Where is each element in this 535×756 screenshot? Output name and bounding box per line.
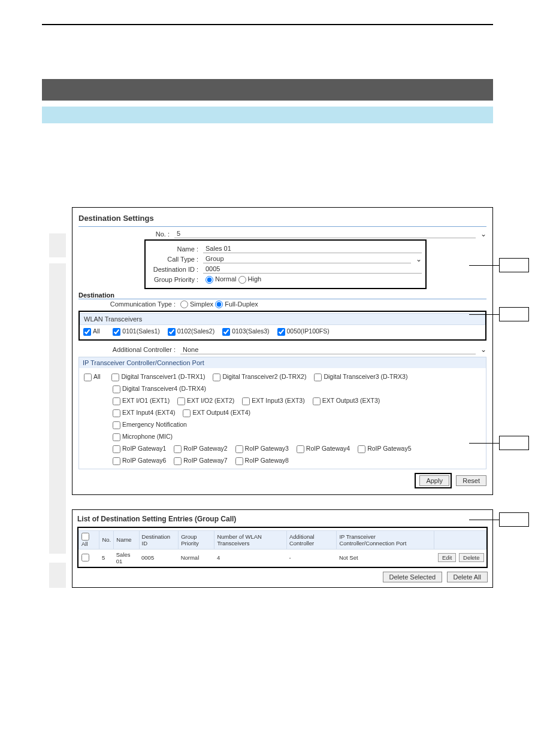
commtype-label: Communication Type : bbox=[78, 300, 180, 308]
table-row: 5 Sales 01 0005 Normal 4 - Not Set Edit … bbox=[79, 549, 486, 566]
highlight-group-1: Name : Sales 01 Call Type : Group ⌄ Dest… bbox=[144, 239, 427, 289]
destid-label: Destination ID : bbox=[149, 266, 203, 273]
destid-input[interactable]: 0005 bbox=[203, 265, 422, 274]
ip-item-checkbox[interactable]: RoIP Gateway1 bbox=[113, 442, 166, 454]
ip-item-checkbox[interactable]: RoIP Gateway7 bbox=[174, 454, 227, 466]
callout-box bbox=[499, 307, 529, 321]
col-name: Name bbox=[114, 530, 139, 549]
row-checkbox[interactable] bbox=[81, 554, 89, 561]
cell-name: Sales 01 bbox=[114, 549, 139, 566]
name-label: Name : bbox=[149, 245, 203, 253]
cell-gprio: Normal bbox=[179, 549, 214, 566]
subsection-bar bbox=[42, 107, 493, 123]
highlight-group-2: WLAN Transceivers All 0101(Sales1) 0102(… bbox=[78, 311, 486, 341]
ip-all-checkbox[interactable]: All bbox=[84, 371, 101, 382]
ip-item-checkbox[interactable]: RoIP Gateway6 bbox=[113, 454, 166, 466]
ip-item-checkbox[interactable]: Digital Transceiver2 (D-TRX2) bbox=[213, 371, 306, 382]
ip-item-checkbox[interactable]: RoIP Gateway5 bbox=[358, 442, 411, 454]
ip-item-checkbox[interactable]: RoIP Gateway8 bbox=[235, 454, 289, 466]
ip-item-checkbox[interactable]: EXT Output4 (EXT4) bbox=[183, 406, 250, 418]
table-highlight: All No. Name Destination ID Group Priori… bbox=[77, 527, 488, 568]
step-marker bbox=[49, 263, 66, 554]
table-header-row: All No. Name Destination ID Group Priori… bbox=[79, 530, 486, 549]
wlan-section-title: WLAN Transceivers bbox=[80, 313, 485, 325]
delete-all-button[interactable]: Delete All bbox=[447, 572, 488, 582]
reset-button[interactable]: Reset bbox=[456, 475, 486, 486]
commtype-radios: Simplex Full-Duplex bbox=[180, 300, 258, 309]
ip-controller-box: IP Transceiver Controller/Connection Por… bbox=[78, 357, 486, 469]
divider bbox=[78, 226, 486, 227]
col-destid: Destination ID bbox=[139, 530, 179, 549]
edit-button[interactable]: Edit bbox=[438, 553, 456, 562]
callout-box bbox=[499, 436, 529, 450]
callout-box bbox=[499, 258, 529, 272]
wlan-item-checkbox[interactable]: 0102(Sales2) bbox=[168, 327, 214, 335]
wlan-item-checkbox[interactable]: 0101(Sales1) bbox=[113, 327, 159, 335]
col-no: No. bbox=[99, 530, 114, 549]
addl-ctrl-select[interactable]: None bbox=[180, 345, 476, 354]
entries-table: All No. Name Destination ID Group Priori… bbox=[78, 530, 486, 567]
col-ipport: IP Transceiver Controller/Connection Por… bbox=[337, 530, 434, 549]
ip-item-checkbox[interactable]: RoIP Gateway4 bbox=[297, 442, 350, 454]
cell-addl: - bbox=[286, 549, 336, 566]
wlan-item-checkbox[interactable]: 0103(Sales3) bbox=[222, 327, 269, 335]
no-value[interactable]: 5 bbox=[174, 229, 476, 238]
callout-box bbox=[499, 512, 529, 527]
wlan-all-checkbox[interactable]: All bbox=[83, 327, 100, 335]
ip-item-checkbox[interactable]: EXT I/O1 (EXT1) bbox=[113, 394, 170, 406]
gprio-radios: Normal High bbox=[203, 275, 422, 284]
simplex-radio[interactable]: Simplex bbox=[180, 300, 213, 308]
cell-ipport: Not Set bbox=[337, 549, 434, 566]
apply-button[interactable]: Apply bbox=[419, 475, 449, 486]
col-gprio: Group Priority bbox=[179, 530, 214, 549]
entries-list-panel: List of Destination Setting Entries (Gro… bbox=[72, 509, 493, 588]
wlan-checkbox-row: All 0101(Sales1) 0102(Sales2) 0103(Sales… bbox=[80, 325, 485, 338]
wlan-item-checkbox[interactable]: 0050(IP100FS) bbox=[277, 327, 330, 335]
ip-item-checkbox[interactable]: EXT Output3 (EXT3) bbox=[313, 394, 380, 406]
addl-ctrl-label: Additional Controller : bbox=[78, 346, 180, 353]
fullduplex-radio[interactable]: Full-Duplex bbox=[215, 300, 258, 308]
callout-line bbox=[469, 520, 499, 520]
chevron-down-icon[interactable]: ⌄ bbox=[476, 230, 486, 238]
panel2-title: List of Destination Setting Entries (Gro… bbox=[77, 515, 488, 523]
col-all: All bbox=[79, 530, 99, 549]
col-addl: Additional Controller bbox=[286, 530, 336, 549]
callout-line bbox=[469, 314, 499, 315]
apply-button-highlight: Apply bbox=[415, 473, 452, 488]
gprio-high-radio[interactable]: High bbox=[238, 275, 262, 283]
ip-item-checkbox[interactable]: EXT Input3 (EXT3) bbox=[242, 394, 305, 406]
no-label: No. : bbox=[78, 230, 174, 238]
step-marker bbox=[49, 563, 66, 588]
delete-button[interactable]: Delete bbox=[459, 553, 483, 562]
cell-destid: 0005 bbox=[139, 549, 179, 566]
cell-no: 5 bbox=[99, 549, 114, 566]
callout-line bbox=[469, 443, 499, 444]
ip-item-checkbox[interactable]: Emergency Notification bbox=[113, 418, 187, 430]
chevron-down-icon[interactable]: ⌄ bbox=[411, 255, 422, 263]
ip-item-checkbox[interactable]: EXT I/O2 (EXT2) bbox=[177, 394, 234, 406]
name-input[interactable]: Sales 01 bbox=[203, 244, 422, 253]
cell-nwlan: 4 bbox=[214, 549, 286, 566]
ip-item-checkbox[interactable]: RoIP Gateway3 bbox=[235, 442, 289, 454]
calltype-select[interactable]: Group bbox=[203, 254, 411, 263]
ip-item-checkbox[interactable]: Microphone (MIC) bbox=[113, 430, 173, 442]
destination-section-label: Destination bbox=[78, 292, 486, 299]
col-nwlan: Number of WLAN Transceivers bbox=[214, 530, 286, 549]
ip-item-checkbox[interactable]: RoIP Gateway2 bbox=[174, 442, 227, 454]
ip-item-checkbox[interactable]: Digital Transceiver4 (D-TRX4) bbox=[113, 382, 206, 394]
panel-title: Destination Settings bbox=[78, 214, 486, 223]
ip-item-checkbox[interactable]: Digital Transceiver3 (D-TRX3) bbox=[314, 371, 407, 382]
ip-item-checkbox[interactable]: EXT Input4 (EXT4) bbox=[113, 406, 176, 418]
gprio-normal-radio[interactable]: Normal bbox=[205, 275, 236, 283]
ip-item-checkbox[interactable]: Digital Transceiver1 (D-TRX1) bbox=[111, 371, 205, 382]
select-all-checkbox[interactable] bbox=[81, 533, 89, 541]
callout-line bbox=[469, 265, 499, 266]
destination-settings-panel: Destination Settings No. : 5 ⌄ Name : Sa… bbox=[72, 207, 493, 495]
step-marker bbox=[49, 233, 66, 257]
delete-selected-button[interactable]: Delete Selected bbox=[383, 572, 443, 582]
calltype-label: Call Type : bbox=[149, 256, 203, 263]
ip-section-title: IP Transceiver Controller/Connection Por… bbox=[79, 357, 486, 368]
chevron-down-icon[interactable]: ⌄ bbox=[476, 345, 486, 354]
section-bar bbox=[42, 79, 493, 101]
gprio-label: Group Priority : bbox=[149, 276, 203, 283]
